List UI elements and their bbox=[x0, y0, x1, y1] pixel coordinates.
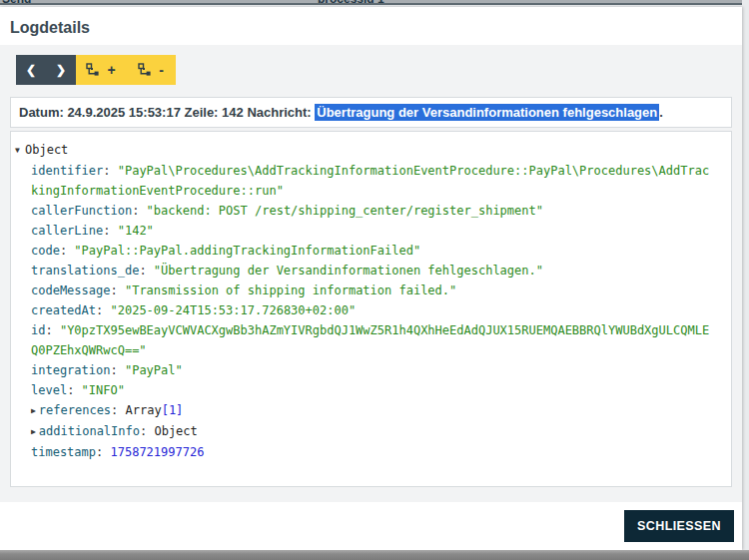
json-key: createdAt bbox=[31, 303, 96, 317]
json-colon: : bbox=[103, 224, 117, 238]
json-value-string: "2025-09-24T15:53:17.726830+02:00" bbox=[110, 303, 356, 317]
modal-body: ❮ ❯ + bbox=[0, 45, 742, 502]
json-key: callerLine bbox=[31, 224, 103, 238]
modal-title: Logdetails bbox=[10, 19, 732, 37]
json-value-number: 1758721997726 bbox=[110, 445, 204, 459]
json-colon: : bbox=[96, 445, 110, 459]
json-entry-callerFunction: callerFunction: "backend: POST /rest/shi… bbox=[31, 201, 709, 221]
log-meta-bar: Datum: 24.9.2025 15:53:17 Zeile: 142 Nac… bbox=[10, 97, 732, 128]
json-colon: : bbox=[96, 303, 110, 317]
json-key: translations_de bbox=[31, 264, 139, 278]
collapsed-triangle-icon[interactable]: ▶ bbox=[31, 422, 36, 442]
json-value-type: Array bbox=[126, 403, 162, 417]
json-value-string: "Übertragung der Versandinformationen fe… bbox=[154, 264, 543, 278]
message-value-highlighted: Übertragung der Versandinformationen feh… bbox=[315, 104, 659, 121]
json-entry-translations_de: translations_de: "Übertragung der Versan… bbox=[31, 261, 709, 280]
collapsed-triangle-icon[interactable]: ▶ bbox=[31, 401, 36, 421]
window-bottom-bar bbox=[0, 550, 749, 560]
next-log-button[interactable]: ❯ bbox=[46, 55, 76, 85]
modal-footer: SCHLIESSEN bbox=[0, 502, 742, 550]
json-key: codeMessage bbox=[31, 283, 110, 297]
json-tree-panel: ▼Object identifier: "PayPal\Procedures\A… bbox=[10, 131, 732, 487]
json-colon: : bbox=[60, 244, 74, 258]
json-key: code bbox=[31, 244, 60, 258]
json-value-string: "142" bbox=[118, 224, 154, 238]
modal-header: Logdetails bbox=[0, 7, 742, 45]
json-key: additionalInfo bbox=[39, 424, 140, 438]
json-entry-level: level: "INFO" bbox=[31, 380, 709, 400]
line-value: 142 bbox=[222, 105, 244, 120]
json-key: references bbox=[39, 403, 111, 417]
json-colon: : bbox=[132, 204, 146, 218]
json-entry-additionalInfo[interactable]: ▶additionalInfo: Object bbox=[31, 421, 709, 442]
json-entry-code: code: "PayPal::PayPal.addingTrackingInfo… bbox=[31, 241, 709, 261]
json-value-string: "Y0pzTX95ewBEayVCWVACXgwBb3hAZmYIVRgbdQJ… bbox=[31, 323, 709, 357]
json-colon: : bbox=[139, 264, 153, 278]
json-colon: : bbox=[45, 323, 59, 337]
json-colon: : bbox=[140, 424, 154, 438]
json-root-row[interactable]: ▼Object bbox=[15, 140, 723, 161]
chevron-right-icon: ❯ bbox=[56, 64, 66, 76]
expand-tree-level-button[interactable]: + bbox=[76, 55, 126, 85]
logdetails-modal: Logdetails ❮ ❯ bbox=[0, 7, 742, 550]
hierarchy-collapse-icon bbox=[138, 63, 152, 77]
json-key: identifier bbox=[31, 164, 103, 178]
json-key: integration bbox=[31, 363, 110, 377]
json-key: level bbox=[31, 383, 67, 397]
background-table-header: Send processid 1 bbox=[0, 0, 742, 5]
plus-icon: + bbox=[107, 63, 115, 77]
json-entry-identifier: identifier: "PayPal\Procedures\AddTracki… bbox=[31, 161, 709, 201]
json-key: id bbox=[31, 323, 45, 337]
json-entry-callerLine: callerLine: "142" bbox=[31, 221, 709, 241]
screen: Send processid 1 Logdetails ❮ ❯ bbox=[0, 0, 749, 560]
nav-button-group: ❮ ❯ bbox=[16, 55, 76, 85]
tree-depth-button-group: + - bbox=[76, 55, 176, 85]
date-value: 24.9.2025 15:53:17 bbox=[67, 105, 180, 120]
json-colon: : bbox=[110, 363, 124, 377]
json-colon: : bbox=[103, 164, 117, 178]
close-button[interactable]: SCHLIESSEN bbox=[624, 510, 734, 542]
json-value-string: "PayPal::PayPal.addingTrackingInformatio… bbox=[74, 244, 420, 258]
message-suffix: . bbox=[659, 105, 663, 120]
toolbar: ❮ ❯ + bbox=[16, 55, 732, 85]
background-column-processid: processid 1 bbox=[318, 0, 384, 5]
json-array-length: [1] bbox=[162, 403, 184, 417]
json-entry-codeMessage: codeMessage: "Transmission of shipping i… bbox=[31, 280, 709, 300]
json-entry-integration: integration: "PayPal" bbox=[31, 360, 709, 380]
background-column-send: Send bbox=[2, 0, 31, 5]
json-value-string: "PayPal\Procedures\AddTrackingInformatio… bbox=[31, 164, 709, 198]
line-label: Zeile: bbox=[181, 105, 222, 120]
json-value-type: Object bbox=[154, 424, 197, 438]
json-root-label: Object bbox=[25, 143, 68, 157]
json-value-string: "PayPal" bbox=[125, 363, 183, 377]
collapse-tree-level-button[interactable]: - bbox=[126, 55, 176, 85]
hierarchy-expand-icon bbox=[86, 63, 100, 77]
previous-log-button[interactable]: ❮ bbox=[16, 55, 46, 85]
json-entry-timestamp: timestamp: 1758721997726 bbox=[31, 442, 709, 462]
json-key: timestamp bbox=[31, 445, 96, 459]
date-label: Datum: bbox=[19, 105, 67, 120]
json-value-string: "backend: POST /rest/shipping_center/reg… bbox=[147, 204, 543, 218]
json-value-string: "Transmission of shipping information fa… bbox=[125, 283, 456, 297]
chevron-left-icon: ❮ bbox=[26, 64, 36, 76]
message-label: Nachricht: bbox=[244, 105, 316, 120]
json-tree-entries: identifier: "PayPal\Procedures\AddTracki… bbox=[15, 161, 723, 462]
json-entry-references[interactable]: ▶references: Array[1] bbox=[31, 400, 709, 421]
json-value-string: "INFO" bbox=[82, 383, 125, 397]
json-key: callerFunction bbox=[31, 204, 132, 218]
json-entry-id: id: "Y0pzTX95ewBEayVCWVACXgwBb3hAZmYIVRg… bbox=[31, 320, 709, 360]
json-colon: : bbox=[67, 383, 81, 397]
json-colon: : bbox=[110, 283, 124, 297]
expanded-triangle-icon[interactable]: ▼ bbox=[15, 141, 25, 161]
json-colon: : bbox=[111, 403, 125, 417]
minus-icon: - bbox=[159, 63, 164, 77]
json-entry-createdAt: createdAt: "2025-09-24T15:53:17.726830+0… bbox=[31, 300, 709, 320]
